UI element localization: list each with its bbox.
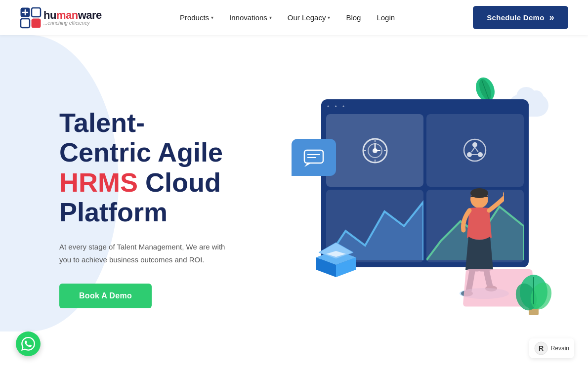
book-demo-button[interactable]: Book A Demo [59, 284, 152, 308]
nav-our-legacy[interactable]: Our Legacy ▾ [288, 13, 331, 22]
svg-rect-25 [304, 150, 323, 163]
package-box [311, 240, 361, 277]
logo-text: humanware ...enriching efficiency [43, 10, 102, 26]
svg-line-23 [475, 147, 478, 152]
nav-links: Products ▾ Innovations ▾ Our Legacy ▾ Bl… [180, 13, 395, 22]
hero-illustration [282, 70, 558, 346]
svg-text:R: R [539, 344, 544, 352]
logo[interactable]: humanware ...enriching efficiency [20, 7, 102, 29]
gear-widget-icon [360, 136, 390, 165]
nav-products[interactable]: Products ▾ [180, 13, 213, 22]
svg-point-20 [467, 152, 472, 157]
revain-icon: R [534, 341, 548, 355]
svg-point-21 [478, 152, 483, 157]
nav-innovations[interactable]: Innovations ▾ [229, 13, 272, 22]
whatsapp-icon [21, 337, 35, 351]
hero-section: Talent- Centric Agile HRMS Cloud Platfor… [0, 35, 588, 371]
svg-point-19 [472, 142, 477, 147]
navbar: humanware ...enriching efficiency Produc… [0, 0, 588, 35]
nav-login[interactable]: Login [377, 13, 395, 22]
chat-icon [302, 146, 325, 169]
screen-cell-network [426, 114, 524, 187]
network-widget-icon [462, 137, 489, 164]
svg-rect-1 [32, 8, 41, 17]
chevron-down-icon: ▾ [211, 15, 213, 20]
plant-decoration-right [514, 272, 553, 317]
svg-rect-2 [21, 19, 30, 28]
chat-bubble [292, 139, 336, 176]
chevron-down-icon: ▾ [269, 15, 272, 20]
leaf-icon [472, 75, 499, 102]
nav-blog[interactable]: Blog [346, 13, 361, 22]
arrow-icon: » [549, 12, 554, 23]
leaf-decoration-top [472, 75, 499, 102]
schedule-demo-button[interactable]: Schedule Demo » [473, 6, 568, 29]
box-icon [311, 240, 361, 277]
hero-heading: Talent- Centric Agile HRMS Cloud Platfor… [59, 108, 237, 227]
plant-right-icon [514, 272, 553, 317]
logo-icon [20, 7, 42, 29]
chevron-down-icon: ▾ [328, 15, 330, 20]
whatsapp-button[interactable] [16, 331, 41, 356]
svg-line-22 [471, 147, 475, 152]
hero-content: Talent- Centric Agile HRMS Cloud Platfor… [59, 108, 237, 309]
screen-cell-gear [326, 114, 423, 187]
revain-badge[interactable]: R Revain [529, 338, 574, 358]
svg-point-36 [470, 188, 488, 198]
hero-subtext: At every stage of Talent Management, We … [59, 241, 237, 266]
svg-rect-3 [32, 19, 41, 28]
